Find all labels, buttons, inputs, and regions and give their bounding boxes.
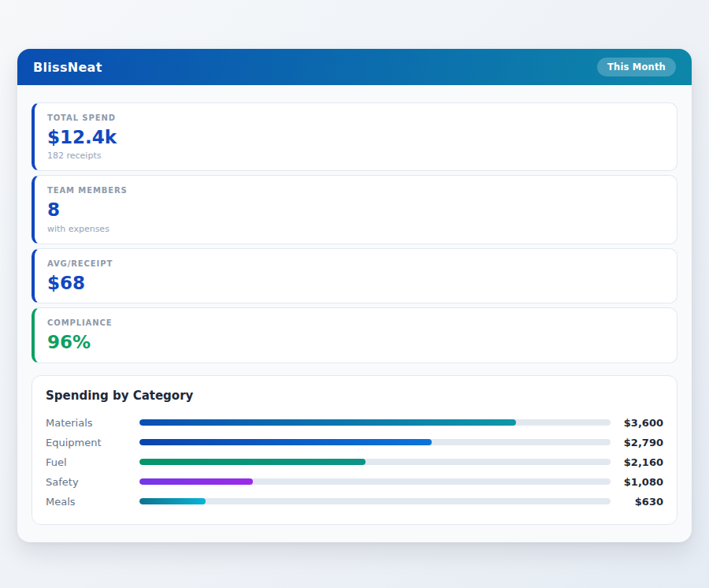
category-bar-fill xyxy=(139,478,253,485)
dashboard-content: TOTAL SPEND $12.4k 182 receipts TEAM MEM… xyxy=(17,85,692,542)
stat-label: AVG/RECEIPT xyxy=(47,259,664,268)
category-bar-track xyxy=(139,498,611,504)
category-value: $1,080 xyxy=(618,476,663,488)
category-value: $3,600 xyxy=(618,417,663,429)
stat-value: $12.4k xyxy=(47,127,664,147)
stat-value: 96% xyxy=(47,332,664,352)
category-row-meals: Meals $630 xyxy=(46,492,663,512)
category-row-fuel: Fuel $2,160 xyxy=(46,452,663,472)
stat-card-avg-receipt: AVG/RECEIPT $68 xyxy=(32,248,677,303)
spending-by-category-panel: Spending by Category Materials $3,600 Eq… xyxy=(32,375,677,525)
category-value: $2,160 xyxy=(618,456,663,468)
category-bar-fill xyxy=(139,459,366,465)
dashboard-container: BlissNeat This Month TOTAL SPEND $12.4k … xyxy=(17,49,692,542)
stat-label: TOTAL SPEND xyxy=(47,114,664,122)
stat-subtext: with expenses xyxy=(47,224,664,234)
app-title: BlissNeat xyxy=(33,60,102,75)
category-row-materials: Materials $3,600 xyxy=(46,413,663,433)
category-row-equipment: Equipment $2,790 xyxy=(46,433,663,452)
panel-title: Spending by Category xyxy=(46,389,663,403)
category-value: $630 xyxy=(618,496,663,508)
stat-label: COMPLIANCE xyxy=(47,318,664,327)
category-bar-track xyxy=(139,439,611,445)
stat-card-team-members: TEAM MEMBERS 8 with expenses xyxy=(32,175,677,244)
stat-label: TEAM MEMBERS xyxy=(47,186,664,195)
category-label: Fuel xyxy=(46,456,139,468)
app-header: BlissNeat This Month xyxy=(17,49,692,85)
category-label: Safety xyxy=(46,476,139,488)
period-badge[interactable]: This Month xyxy=(597,58,676,76)
category-label: Meals xyxy=(46,496,139,508)
category-bar-track xyxy=(139,459,611,465)
stat-card-total-spend: TOTAL SPEND $12.4k 182 receipts xyxy=(32,102,677,171)
stat-value: $68 xyxy=(47,273,664,293)
category-bar-track xyxy=(139,478,611,485)
category-bar-fill xyxy=(139,419,516,426)
category-label: Equipment xyxy=(46,437,139,448)
category-row-safety: Safety $1,080 xyxy=(46,472,663,492)
category-value: $2,790 xyxy=(618,437,663,448)
stat-card-compliance: COMPLIANCE 96% xyxy=(32,307,677,363)
stat-value: 8 xyxy=(47,199,664,220)
category-label: Materials xyxy=(46,417,139,429)
category-bar-fill xyxy=(139,498,206,504)
stat-subtext: 182 receipts xyxy=(47,151,664,161)
category-bar-track xyxy=(139,419,611,426)
category-bar-fill xyxy=(139,439,432,445)
